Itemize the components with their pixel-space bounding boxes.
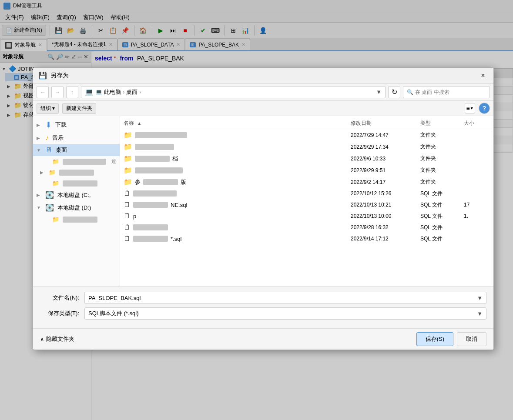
dialog-title-icon: 💾 xyxy=(38,71,47,80)
sidebar-item-music[interactable]: ▶ ♪ 音乐 xyxy=(33,132,120,144)
sidebar-item-drive-d-sub[interactable]: 📁 xyxy=(33,214,120,225)
sidebar-item-blurred2[interactable]: ▶ 📁 xyxy=(33,167,120,178)
hide-folder-label: 隐藏文件夹 xyxy=(46,335,74,343)
address-segment-desktop: 桌面 xyxy=(126,88,137,96)
file-row-1[interactable]: 📁 2022/9/29 17:34 文件夹 xyxy=(122,141,492,153)
sidebar-item-downloads[interactable]: ▶ ⬇ 下载 xyxy=(33,118,120,132)
drive-d-icon: 💽 xyxy=(45,203,54,212)
dialog-up-button[interactable]: ↑ xyxy=(66,86,78,98)
dialog-close-button[interactable]: × xyxy=(478,70,488,81)
hide-folder-toggle[interactable]: ∧ 隐藏文件夹 xyxy=(40,335,74,343)
dialog-forward-button[interactable]: → xyxy=(51,86,64,98)
sidebar-item-blurred3[interactable]: 📁 xyxy=(33,178,120,189)
file-list-header: 名称 ▲ 修改日期 类型 大小 xyxy=(122,118,492,129)
file-name-0 xyxy=(135,132,187,138)
file-icon-7: 🗒 xyxy=(124,212,131,220)
file-type-4: 文件夹 xyxy=(420,178,464,186)
toggle-expand-icon: ∧ xyxy=(40,336,44,343)
file-name-6: NE.sql xyxy=(171,202,187,208)
filetype-value: SQL脚本文件 (*.sql) xyxy=(88,310,139,317)
col-header-type[interactable]: 类型 xyxy=(420,120,464,127)
filename-row: 文件名(N): ▼ xyxy=(40,292,486,304)
file-blurred-6 xyxy=(133,202,168,208)
file-row-2[interactable]: 📁 档 2022/9/6 10:33 文件夹 xyxy=(122,153,492,164)
sidebar-label-music: 音乐 xyxy=(52,134,64,142)
col-header-date[interactable]: 修改日期 xyxy=(351,120,420,127)
address-computer-icon: 💻 xyxy=(85,88,94,96)
file-type-3: 文件夹 xyxy=(420,167,464,174)
filename-input-container[interactable]: ▼ xyxy=(84,292,486,304)
file-row-8[interactable]: 🗒 2022/9/28 16:32 SQL 文件 xyxy=(122,222,492,233)
sidebar-item-drive-c[interactable]: ▶ 💽 本地磁盘 (C:, xyxy=(33,189,120,201)
file-blurred-2a xyxy=(135,156,170,162)
folder-d-sub-icon: 📁 xyxy=(52,216,59,223)
file-icon-6: 🗒 xyxy=(124,201,131,209)
dialog-secondary-toolbar: 组织 ▾ 新建文件夹 ≡ ▼ ? xyxy=(33,101,493,116)
file-row-5[interactable]: 🗒 2022/10/12 15:26 SQL 文件 xyxy=(122,188,492,199)
file-row-9[interactable]: 🗒 *.sql 2022/9/14 17:12 SQL 文件 xyxy=(122,233,492,244)
file-blurred-4 xyxy=(143,179,178,185)
file-type-9: SQL 文件 xyxy=(420,235,464,243)
sidebar-blurred-label-2 xyxy=(59,170,94,176)
dialog-overlay: 💾 另存为 × ← → ↑ 💻 💻 此电脑 › 桌面 › ▼ ↻ 🔍 xyxy=(0,0,513,420)
file-name-5 xyxy=(133,190,177,197)
file-icon-9: 🗒 xyxy=(124,235,131,243)
sidebar-label-drive-c: 本地磁盘 (C:, xyxy=(57,191,91,199)
drive-c-icon: 💽 xyxy=(45,191,54,199)
file-date-6: 2022/10/13 10:21 xyxy=(351,202,420,208)
search-input[interactable] xyxy=(415,89,486,95)
dialog-organize-button[interactable]: 组织 ▾ xyxy=(37,103,59,114)
file-row-0[interactable]: 📁 2022/7/29 14:47 文件夹 xyxy=(122,129,492,141)
dialog-title-text: 另存为 xyxy=(50,72,69,80)
file-type-8: SQL 文件 xyxy=(420,224,464,231)
file-icon-3: 📁 xyxy=(124,166,132,174)
file-name-4b: 版 xyxy=(181,178,186,186)
col-header-size[interactable]: 大小 xyxy=(464,120,490,127)
file-row-3[interactable]: 📁 2022/9/29 9:51 文件夹 xyxy=(122,164,492,176)
file-date-3: 2022/9/29 9:51 xyxy=(351,167,420,173)
sidebar-item-desktop[interactable]: ▼ 🖥 桌面 xyxy=(33,144,120,156)
search-bar[interactable]: 🔍 xyxy=(403,86,490,98)
dialog-save-button[interactable]: 保存(S) xyxy=(416,332,453,346)
file-name-8 xyxy=(133,224,168,230)
downloads-icon: ⬇ xyxy=(45,120,52,130)
file-type-1: 文件夹 xyxy=(420,143,464,150)
file-type-6: SQL 文件 xyxy=(420,201,464,209)
sidebar-item-blurred1[interactable]: 📁 近 xyxy=(33,156,120,167)
folder-icon-blurred2: 📁 xyxy=(49,169,56,176)
dialog-cancel-button[interactable]: 取消 xyxy=(457,332,486,346)
file-type-5: SQL 文件 xyxy=(420,190,464,197)
file-date-2: 2022/9/6 10:33 xyxy=(351,156,420,162)
filetype-select[interactable]: SQL脚本文件 (*.sql) ▼ xyxy=(84,307,486,320)
dialog-back-button[interactable]: ← xyxy=(37,86,49,98)
file-name-partial-2: 档 xyxy=(172,155,178,163)
address-dropdown-button[interactable]: ▼ xyxy=(376,89,382,95)
dialog-new-folder-button[interactable]: 新建文件夹 xyxy=(62,103,96,114)
file-size-7: 1. xyxy=(464,213,490,219)
dialog-title-bar: 💾 另存为 × xyxy=(33,68,493,83)
filename-dropdown-icon[interactable]: ▼ xyxy=(477,295,483,301)
file-row-6[interactable]: 🗒 NE.sql 2022/10/13 10:21 SQL 文件 17 xyxy=(122,199,492,210)
address-bar: 💻 💻 此电脑 › 桌面 › ▼ xyxy=(81,86,386,98)
file-row-4[interactable]: 📁 参 版 2022/9/2 14:17 文件夹 xyxy=(122,176,492,188)
expand-downloads: ▶ xyxy=(37,123,42,127)
filetype-dropdown-icon[interactable]: ▼ xyxy=(477,310,483,317)
dialog-refresh-button[interactable]: ↻ xyxy=(388,86,400,98)
sidebar-item-drive-d[interactable]: ▼ 💽 本地磁盘 (D:) xyxy=(33,201,120,214)
dialog-help-button[interactable]: ? xyxy=(479,103,490,114)
dialog-bottom: 文件名(N): ▼ 保存类型(T): SQL脚本文件 (*.sql) ▼ xyxy=(33,286,493,328)
sidebar-label-desktop: 桌面 xyxy=(56,146,67,154)
file-name-3 xyxy=(135,167,183,173)
file-blurred-9 xyxy=(133,236,168,242)
file-row-7[interactable]: 🗒 p 2022/10/13 10:00 SQL 文件 1. xyxy=(122,210,492,222)
folder-icon-blurred1: 📁 xyxy=(52,158,59,165)
file-name-7: p xyxy=(133,213,136,220)
address-segment-computer: 此电脑 xyxy=(104,88,121,96)
col-header-name[interactable]: 名称 ▲ xyxy=(124,120,351,127)
dialog-view-button[interactable]: ≡ ▼ xyxy=(465,103,475,113)
filename-input[interactable] xyxy=(88,295,477,301)
file-icon-4: 📁 xyxy=(124,178,132,186)
file-icon-8: 🗒 xyxy=(124,223,131,231)
filetype-label: 保存类型(T): xyxy=(40,310,79,317)
file-icon-2: 📁 xyxy=(124,154,132,163)
